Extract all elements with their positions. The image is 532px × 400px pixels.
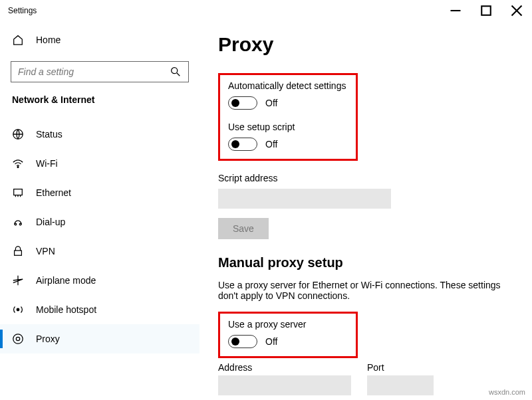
sidebar-item-label: Airplane mode [36, 275, 96, 286]
sidebar-item-label: VPN [36, 246, 55, 256]
svg-rect-8 [14, 189, 23, 195]
svg-rect-1 [481, 6, 491, 15]
proxy-icon [12, 333, 24, 345]
port-label: Port [367, 362, 434, 373]
sidebar-item-label: Dial-up [36, 217, 65, 227]
setup-script-label: Use setup script [228, 122, 348, 132]
sidebar-item-hotspot[interactable]: Mobile hotspot [0, 295, 200, 324]
sidebar-item-vpn[interactable]: VPN [0, 237, 200, 266]
sidebar: Home Network & Internet Status Wi-Fi Eth… [0, 21, 200, 353]
auto-detect-toggle[interactable] [228, 96, 257, 110]
manual-desc: Use a proxy server for Ethernet or Wi-Fi… [218, 280, 511, 301]
maximize-button[interactable] [471, 0, 501, 21]
home-icon [12, 34, 24, 46]
search-input[interactable] [18, 66, 170, 77]
auto-detect-state: Off [265, 98, 277, 108]
sidebar-item-ethernet[interactable]: Ethernet [0, 178, 200, 207]
manual-heading: Manual proxy setup [218, 255, 513, 270]
sidebar-item-label: Ethernet [36, 187, 71, 198]
setup-script-toggle[interactable] [228, 138, 257, 151]
use-proxy-toggle[interactable] [228, 335, 257, 348]
page-title: Proxy [218, 33, 513, 56]
svg-line-5 [177, 73, 180, 76]
section-title: Network & Internet [0, 94, 200, 114]
search-input-wrap[interactable] [11, 61, 189, 82]
sidebar-item-label: Proxy [36, 334, 60, 344]
sidebar-item-label: Mobile hotspot [36, 304, 96, 315]
minimize-button[interactable] [440, 0, 471, 21]
window-title: Settings [8, 6, 37, 15]
sidebar-item-wifi[interactable]: Wi-Fi [0, 149, 200, 178]
sidebar-item-airplane[interactable]: Airplane mode [0, 266, 200, 295]
search-icon [170, 66, 182, 78]
highlight-use-proxy: Use a proxy server Off [218, 312, 358, 358]
watermark: wsxdn.com [489, 388, 525, 396]
svg-point-15 [17, 308, 19, 311]
wifi-icon [12, 157, 24, 169]
port-input[interactable] [367, 375, 434, 395]
use-proxy-state: Off [265, 336, 277, 347]
svg-point-17 [16, 337, 19, 340]
sidebar-item-label: Wi-Fi [36, 158, 58, 169]
svg-point-7 [17, 167, 19, 168]
sidebar-item-dialup[interactable]: Dial-up [0, 207, 200, 237]
airplane-icon [12, 274, 24, 286]
ethernet-icon [12, 187, 24, 199]
titlebar: Settings [0, 0, 532, 21]
sidebar-item-label: Status [36, 129, 63, 140]
script-address-input[interactable] [218, 189, 391, 209]
main-content: Proxy Automatically detect settings Off … [200, 21, 532, 400]
use-proxy-label: Use a proxy server [228, 319, 348, 330]
sidebar-item-proxy[interactable]: Proxy [0, 324, 200, 353]
svg-point-12 [15, 223, 17, 225]
hotspot-icon [12, 304, 24, 316]
sidebar-item-status[interactable]: Status [0, 120, 200, 149]
svg-rect-14 [15, 250, 22, 255]
svg-point-4 [172, 68, 178, 74]
save-button[interactable]: Save [218, 218, 269, 239]
dialup-icon [12, 216, 24, 228]
vpn-icon [12, 245, 24, 257]
script-address-label: Script address [218, 173, 513, 183]
address-label: Address [218, 362, 351, 373]
setup-script-state: Off [265, 139, 277, 150]
svg-point-16 [13, 334, 23, 344]
auto-detect-label: Automatically detect settings [228, 80, 348, 91]
svg-point-13 [19, 223, 21, 225]
home-button[interactable]: Home [0, 27, 200, 53]
close-button[interactable] [501, 0, 532, 21]
home-label: Home [36, 35, 61, 45]
address-input[interactable] [218, 375, 351, 395]
globe-icon [12, 128, 24, 140]
highlight-auto-proxy: Automatically detect settings Off Use se… [218, 73, 358, 161]
